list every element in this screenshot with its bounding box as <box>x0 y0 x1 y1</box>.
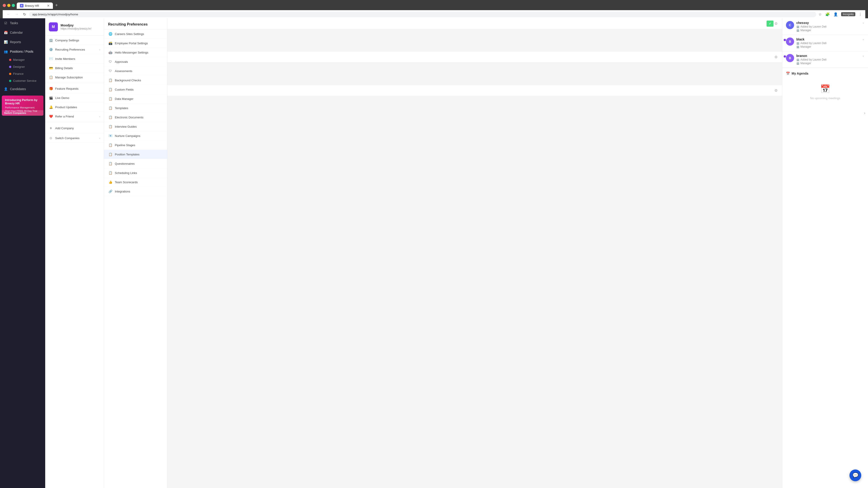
subitem-employee-portal[interactable]: 🗃️ Employee Portal Settings <box>104 39 167 48</box>
assessments-icon: 🛡 <box>108 69 113 73</box>
subitem-electronic-documents[interactable]: 📋 Electronic Documents <box>104 113 167 122</box>
menu-manage-subscription[interactable]: 📋 Manage Subscription <box>45 73 104 82</box>
menu-add-company[interactable]: + Add Company <box>45 123 104 133</box>
close-button[interactable] <box>3 4 6 7</box>
subitem-assessments[interactable]: 🛡 Assessments <box>104 66 167 76</box>
candidate-name-black: black <box>796 37 860 41</box>
action-button-1[interactable]: ✓ <box>767 21 774 27</box>
sidebar-subitem-designer[interactable]: Designer <box>6 63 45 70</box>
browser-tab-breezy[interactable]: B Breezy HR ✕ <box>17 2 53 9</box>
candidate-added-by-branon: Added by Lauren Deli <box>800 58 827 61</box>
subitem-questionnaires[interactable]: 📋 Questionnaires <box>104 159 167 168</box>
company-dropdown-panel: M Moodjoy https://moodjoy.breezy.hr/ 🏢 C… <box>45 18 104 488</box>
sidebar-item-candidates[interactable]: 👤 Candidates <box>0 84 45 94</box>
expand-arrow-chesssy[interactable]: ⌄ <box>862 21 864 24</box>
main-content: ✓ ⚙ ⚙ ⚙ <box>167 18 782 488</box>
tab-close-button[interactable]: ✕ <box>47 4 50 7</box>
templates-icon: 📋 <box>108 106 113 110</box>
sidebar-label-tasks: Tasks <box>10 21 18 25</box>
gear-button-3[interactable]: ⚙ <box>774 88 778 94</box>
candidate-name-branon: branon <box>796 54 860 58</box>
menu-refer-friend[interactable]: ❤️ Refer a Friend › <box>45 112 104 121</box>
right-panel-expand-btn[interactable]: › <box>864 111 865 116</box>
maximize-button[interactable] <box>12 4 15 7</box>
custom-fields-label: Custom Fields <box>115 88 133 91</box>
templates-label: Templates <box>115 106 128 110</box>
designer-dot <box>9 66 11 68</box>
browser-chrome: B Breezy HR ✕ + ← → ↻ app.breezy.hr/app/… <box>0 0 868 18</box>
sidebar-item-tasks[interactable]: ☑ Tasks <box>0 18 45 28</box>
back-button[interactable]: ← <box>5 11 12 17</box>
promo-banner[interactable]: Introducing Perform by Breezy HR Perform… <box>2 96 43 116</box>
sidebar-subitem-manager[interactable]: Manager <box>6 56 45 63</box>
gear-button-1[interactable]: ⚙ <box>774 21 778 27</box>
nurture-campaigns-label: Nurture Campaigns <box>115 134 141 138</box>
subitem-data-manager[interactable]: 📋 Data Manager <box>104 94 167 103</box>
subitem-approvals[interactable]: 🛡 Approvals <box>104 57 167 66</box>
electronic-docs-label: Electronic Documents <box>115 116 143 119</box>
recruiting-prefs-label: Recruiting Preferences <box>55 48 85 51</box>
recruiting-prefs-arrow: › <box>99 48 100 51</box>
menu-invite-members[interactable]: ✉️ Invite Members <box>45 54 104 64</box>
subitem-custom-fields[interactable]: 📋 Custom Fields <box>104 85 167 94</box>
gear-button-2[interactable]: ⚙ <box>774 54 778 60</box>
subitem-finance-label: Finance <box>13 72 24 75</box>
subitem-integrations[interactable]: 🔗 Integrations <box>104 187 167 196</box>
expand-arrow-black[interactable]: ⌄ <box>862 37 864 41</box>
menu-recruiting-preferences[interactable]: ⚙️ Recruiting Preferences › <box>45 45 104 54</box>
nurture-campaigns-icon: 📧 <box>108 134 113 138</box>
sidebar-item-calendar[interactable]: 📅 Calendar <box>0 28 45 37</box>
sidebar-label-reports: Reports <box>10 40 21 44</box>
subitem-hello-messenger[interactable]: 🤖 Hello Messenger Settings <box>104 48 167 57</box>
subitem-careers-sites[interactable]: 🌐 Careers Sites Settings <box>104 29 167 39</box>
positions-icon: 👥 <box>4 50 8 54</box>
address-bar[interactable]: app.breezy.hr/app/c/moodjoy/home <box>29 11 816 17</box>
feature-requests-label: Feature Requests <box>55 87 79 90</box>
subitem-position-templates[interactable]: 📋 Position Templates <box>104 150 167 159</box>
role-icon-branon: 🏢 <box>796 62 800 65</box>
sidebar-subitem-customer-service[interactable]: Customer Service <box>6 77 45 84</box>
menu-feature-requests[interactable]: 🎁 Feature Requests <box>45 84 104 93</box>
subitem-interview-guides[interactable]: 📋 Interview Guides <box>104 122 167 131</box>
sidebar-label-positions: Positions / Pools <box>10 50 33 53</box>
sidebar-label-candidates: Candidates <box>10 87 26 91</box>
tab-title: Breezy HR <box>25 4 39 7</box>
company-header[interactable]: M Moodjoy https://moodjoy.breezy.hr/ <box>45 18 104 36</box>
menu-live-demo[interactable]: 🎬 Live Demo <box>45 93 104 103</box>
minimize-button[interactable] <box>7 4 10 7</box>
candidate-info-chesssy: chesssy 🏢 Added by Lauren Deli 🏢 Manager <box>796 21 860 32</box>
sidebar-item-positions-pools[interactable]: 👥 Positions / Pools <box>0 47 45 56</box>
background-checks-icon: 📋 <box>108 78 113 82</box>
subitem-team-scorecards[interactable]: 👍 Team Scorecards <box>104 177 167 187</box>
menu-button[interactable]: ⋮ <box>858 12 863 17</box>
menu-switch-companies[interactable]: ⊙ Switch Companies › <box>45 133 104 143</box>
company-settings-label: Company Settings <box>55 39 79 42</box>
approvals-icon: 🛡 <box>108 60 113 64</box>
switch-companies-icon: ⊙ <box>49 136 53 140</box>
menu-product-updates[interactable]: 🔔 Product Updates <box>45 103 104 112</box>
chat-fab-button[interactable]: 💬 <box>849 469 861 481</box>
menu-billing-details[interactable]: 💳 Billing Details <box>45 64 104 73</box>
bookmark-button[interactable]: ☆ <box>818 12 822 17</box>
sidebar-item-reports[interactable]: 📊 Reports <box>0 37 45 47</box>
careers-sites-icon: 🌐 <box>108 32 113 36</box>
forward-button[interactable]: → <box>13 11 20 17</box>
reports-icon: 📊 <box>4 40 8 44</box>
purple-dot-black <box>784 39 786 41</box>
expand-arrow-branon[interactable]: ⌄ <box>862 54 864 57</box>
subitem-pipeline-stages[interactable]: 📋 Pipeline Stages <box>104 140 167 150</box>
extensions-button[interactable]: 🧩 <box>825 12 830 17</box>
approvals-label: Approvals <box>115 60 128 64</box>
profile-button[interactable]: 👤 <box>833 12 838 17</box>
sidebar-subitem-finance[interactable]: Finance <box>6 70 45 77</box>
new-tab-button[interactable]: + <box>53 2 60 9</box>
candidate-item-black: B black 🏢 Added by Lauren Deli 🏢 Manager… <box>782 35 868 51</box>
subitem-nurture-campaigns[interactable]: 📧 Nurture Campaigns <box>104 131 167 140</box>
reload-button[interactable]: ↻ <box>22 11 27 18</box>
subitem-background-checks[interactable]: 📋 Background Checks <box>104 76 167 85</box>
menu-company-settings[interactable]: 🏢 Company Settings <box>45 36 104 45</box>
subitem-templates[interactable]: 📋 Templates <box>104 103 167 113</box>
candidate-role-label-branon: Manager <box>800 62 811 65</box>
menu-separator-2 <box>45 122 104 122</box>
subitem-scheduling-links[interactable]: 📋 Scheduling Links <box>104 168 167 177</box>
